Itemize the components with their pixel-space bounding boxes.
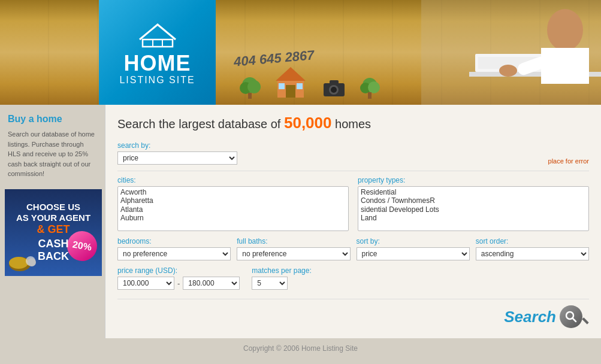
svg-rect-5 (248, 93, 252, 99)
sort-by-label: sort by: (357, 237, 470, 245)
cities-property-row: cities: Acworth Alpharetta Atlanta Aubur… (117, 176, 589, 231)
filters-row: bedrooms: no preference 12345+ full bath… (117, 237, 589, 260)
footer: Copyright © 2006 Home Listing Site (0, 338, 601, 359)
logo-house-icon (134, 19, 182, 50)
price-dash: - (177, 279, 180, 288)
house-decoration-1 (273, 64, 309, 102)
sort-order-field: sort order: ascending descending (476, 237, 589, 260)
svg-point-30 (28, 258, 36, 266)
main-area: Buy a home Search our database of home l… (0, 105, 601, 338)
search-magnifier-icon (560, 305, 582, 328)
cash-back-text: CASH BACK (38, 238, 69, 263)
full-baths-field: full baths: no preference 1234+ (237, 237, 350, 260)
svg-rect-0 (143, 40, 173, 47)
left-sidebar: Buy a home Search our database of home l… (0, 105, 105, 338)
matches-per-page-field: matches per page: 5 10 15 20 (252, 266, 311, 290)
bedrooms-label: bedrooms: (117, 237, 231, 245)
logo-home-text: HOME (124, 53, 191, 74)
search-by-row: search by: price bedrooms location place… (117, 141, 589, 165)
svg-point-4 (247, 80, 261, 93)
svg-rect-8 (286, 85, 295, 98)
error-placeholder: place for error (548, 157, 589, 165)
svg-point-23 (547, 9, 583, 51)
full-baths-select[interactable]: no preference 1234+ (237, 247, 350, 260)
svg-rect-14 (330, 80, 339, 84)
ampersand-get: & GET (16, 223, 90, 236)
search-by-label: search by: (117, 141, 237, 150)
sort-by-field: sort by: price bedrooms location date (357, 237, 470, 260)
sort-order-label: sort order: (476, 237, 589, 245)
count-highlight: 50,000 (284, 114, 332, 132)
tree-decoration-2 (360, 76, 380, 102)
svg-point-28 (9, 257, 28, 269)
cities-listbox[interactable]: Acworth Alpharetta Atlanta Auburn (117, 186, 349, 231)
matches-label: matches per page: (252, 266, 311, 275)
banner-decorations (240, 64, 380, 102)
search-by-field: search by: price bedrooms location (117, 141, 237, 165)
magnifier-handle (582, 317, 588, 324)
divider-1 (117, 171, 589, 171)
buy-home-section: Buy a home Search our database of home l… (5, 111, 100, 182)
camera-decoration (321, 76, 348, 102)
bedrooms-select[interactable]: no preference 12345+ (117, 247, 231, 260)
price-range-label: price range (USD): (117, 266, 240, 275)
bedrooms-field: bedrooms: no preference 12345+ (117, 237, 231, 260)
cities-field: cities: Acworth Alpharetta Atlanta Aubur… (117, 176, 349, 231)
price-max-select[interactable]: 180.000 200.000 250.000 (183, 277, 240, 290)
buy-home-title: Buy a home (8, 114, 97, 125)
price-range-field: price range (USD): 100.000 150.000 200.0… (117, 266, 240, 290)
price-range-inputs: 100.000 150.000 200.000 - 180.000 200.00… (117, 277, 240, 290)
full-baths-label: full baths: (237, 237, 350, 245)
svg-rect-18 (368, 92, 372, 99)
buy-home-description: Search our database of home listings. Pu… (8, 129, 97, 179)
copyright-text: Copyright © 2006 Home Listing Site (243, 344, 358, 353)
search-button[interactable]: Search (504, 305, 589, 328)
svg-rect-24 (541, 48, 589, 84)
property-types-label: property types: (358, 176, 589, 184)
svg-point-26 (499, 65, 517, 77)
sort-order-select[interactable]: ascending descending (476, 247, 589, 260)
person-image (421, 0, 601, 105)
price-matches-row: price range (USD): 100.000 150.000 200.0… (117, 266, 589, 290)
property-types-field: property types: Residential Condos / Tow… (358, 176, 589, 231)
search-button-row: Search (117, 305, 589, 328)
divider-2 (117, 299, 589, 299)
logo: HOME LISTING SITE (99, 0, 216, 105)
svg-rect-1 (153, 40, 162, 47)
matches-select[interactable]: 5 10 15 20 (252, 277, 288, 290)
cities-label: cities: (117, 176, 349, 184)
svg-marker-6 (276, 67, 306, 81)
svg-rect-10 (297, 83, 303, 89)
top-banner: HOME LISTING SITE 404 645 2867 (0, 0, 601, 105)
tree-decoration-1 (240, 76, 261, 102)
search-button-text: Search (504, 308, 556, 326)
page-wrapper: HOME LISTING SITE 404 645 2867 (0, 0, 601, 364)
svg-point-13 (331, 87, 337, 93)
svg-rect-9 (279, 83, 285, 89)
choose-us-text: CHOOSE US AS YOUR AGENT & GET (16, 202, 90, 236)
sort-by-select[interactable]: price bedrooms location date (357, 247, 470, 260)
svg-point-17 (368, 81, 380, 93)
price-min-select[interactable]: 100.000 150.000 200.000 (117, 277, 174, 290)
choose-us-banner: 20% CHOOSE US AS YOUR AGENT & GET CASH B… (5, 189, 102, 276)
svg-line-32 (573, 318, 576, 322)
content-panel: Search the largest database of 50,000 ho… (105, 105, 601, 338)
search-heading: Search the largest database of 50,000 ho… (117, 114, 589, 132)
property-types-listbox[interactable]: Residential Condos / TownhomesR sidentia… (358, 186, 589, 231)
search-by-select[interactable]: price bedrooms location (117, 151, 237, 165)
logo-listing-text: LISTING SITE (119, 74, 195, 86)
